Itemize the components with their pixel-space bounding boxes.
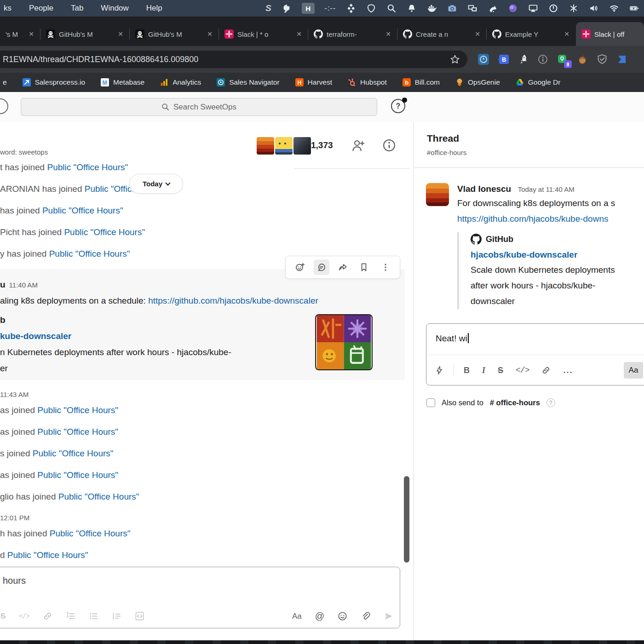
tab-close-icon[interactable]: ✕: [205, 29, 214, 39]
tab-close-icon[interactable]: ✕: [562, 29, 571, 39]
power-circle-icon[interactable]: [548, 3, 558, 13]
message-timestamp[interactable]: 12:01 PM: [0, 514, 29, 522]
scrollbar[interactable]: [404, 476, 409, 563]
browser-tab[interactable]: 's M✕: [0, 22, 40, 46]
also-send-checkbox[interactable]: [426, 398, 435, 407]
bookmark-item[interactable]: bBill.com: [402, 78, 440, 86]
message-timestamp[interactable]: Today at 11:40 AM: [518, 185, 575, 193]
message-timestamp[interactable]: 11:43 AM: [0, 391, 29, 398]
tab-close-icon[interactable]: ✕: [294, 29, 304, 39]
link-button[interactable]: [43, 611, 52, 621]
send-button[interactable]: [384, 611, 393, 621]
display-mirroring-icon[interactable]: [467, 3, 477, 13]
unfurl-repo-link[interactable]: kube-downscaler: [0, 331, 71, 341]
info-button[interactable]: [382, 138, 396, 152]
code-button[interactable]: </>: [19, 613, 29, 620]
message-author[interactable]: Vlad Ionescu: [457, 184, 511, 194]
message-link[interactable]: https://github.com/hjacobs/kube-downscal…: [148, 296, 318, 305]
purple-globe-icon[interactable]: [508, 3, 518, 13]
shortcuts-lightning-button[interactable]: [435, 366, 444, 375]
browser-tab[interactable]: Example Y✕: [487, 22, 576, 46]
channel-link[interactable]: Public "Office Hours": [33, 448, 114, 458]
share-message-button[interactable]: [335, 259, 351, 275]
bookmark-item[interactable]: HHarvest: [295, 78, 332, 86]
browser-tab[interactable]: Slack | off: [576, 22, 644, 46]
channel-link[interactable]: Public "Office Hours": [37, 405, 118, 415]
thread-composer[interactable]: Neat! wi B I S </> ... Aa: [426, 323, 644, 385]
rocket-extension-icon[interactable]: [517, 53, 529, 65]
password-manager-extension-icon[interactable]: 8: [557, 53, 569, 65]
message-link[interactable]: https://github.com/hjacobs/kube-downs: [457, 214, 608, 224]
formatting-toggle-button[interactable]: Aa: [624, 362, 643, 379]
add-person-button[interactable]: [351, 138, 365, 152]
app-switcher-h-badge[interactable]: H: [302, 3, 315, 14]
also-send-channel[interactable]: # office-hours: [490, 398, 540, 407]
guitar-pick-icon[interactable]: [366, 3, 376, 13]
docker-whale-icon[interactable]: [427, 3, 437, 13]
bookmark-item[interactable]: Hubspot: [348, 78, 387, 86]
search-input[interactable]: Search SweetOps: [21, 98, 377, 116]
bookmark-item[interactable]: e: [3, 78, 7, 86]
tab-close-icon[interactable]: ✕: [27, 29, 36, 39]
avatar[interactable]: [293, 137, 311, 155]
channel-link[interactable]: Public "Office Hours": [49, 249, 130, 259]
bookmark-star-icon[interactable]: [449, 53, 461, 65]
address-text[interactable]: R1EWNA/thread/CHDR1EWNA-1600886416.00980…: [3, 55, 449, 64]
avatar[interactable]: [275, 137, 293, 155]
channel-link[interactable]: Public "Office Hours": [42, 206, 123, 215]
formatting-toggle-button[interactable]: Aa: [292, 612, 302, 621]
camera-icon[interactable]: [447, 3, 457, 13]
menu-window[interactable]: Window: [101, 4, 128, 13]
channel-link[interactable]: Public "Office Hours": [47, 162, 128, 172]
message-timestamp[interactable]: 11:40 AM: [9, 281, 38, 289]
sparkle-icon[interactable]: [569, 3, 579, 13]
slack-status-icon[interactable]: S: [265, 3, 271, 13]
channel-composer[interactable]: hours S </>: [0, 567, 400, 628]
menu-bookmarks-partial[interactable]: ks: [4, 4, 12, 13]
b-extension-icon[interactable]: B: [497, 53, 509, 65]
browser-tab[interactable]: terraform-✕: [308, 22, 397, 46]
strikethrough-button[interactable]: S: [0, 612, 6, 621]
more-formatting-button[interactable]: ...: [563, 366, 573, 375]
thread-composer-text[interactable]: Neat! wi: [436, 334, 467, 343]
address-bar[interactable]: R1EWNA/thread/CHDR1EWNA-1600886416.00980…: [0, 51, 467, 68]
bold-button[interactable]: B: [464, 366, 470, 375]
acorn-extension-icon[interactable]: [576, 53, 588, 65]
channel-member-avatars[interactable]: [257, 137, 312, 155]
code-block-button[interactable]: [135, 611, 144, 621]
bookmark-item[interactable]: OpsGenie: [455, 78, 500, 86]
save-bookmark-button[interactable]: [356, 259, 372, 275]
code-button[interactable]: </>: [516, 366, 529, 375]
menu-tab[interactable]: Tab: [71, 4, 83, 13]
tab-close-icon[interactable]: ✕: [384, 29, 393, 39]
channel-link[interactable]: Public "Office Hours": [50, 529, 131, 538]
channel-topic[interactable]: word: sweetops: [0, 148, 48, 156]
unfurl-repo-link[interactable]: hjacobs/kube-downscaler: [471, 250, 577, 259]
tab-close-icon[interactable]: ✕: [116, 29, 125, 39]
history-icon[interactable]: [0, 98, 8, 114]
question-icon[interactable]: ?: [546, 398, 555, 407]
channel-composer-text[interactable]: hours: [3, 575, 26, 586]
link-button[interactable]: [541, 366, 551, 375]
browser-tab[interactable]: GitHub's M✕: [40, 22, 130, 46]
strikethrough-button[interactable]: S: [498, 366, 503, 375]
message-author[interactable]: u: [0, 280, 6, 289]
info-extension-icon[interactable]: [537, 53, 549, 65]
tab-close-icon[interactable]: ✕: [473, 29, 482, 39]
bookmark-item[interactable]: Sales Navigator: [217, 78, 279, 86]
channel-link[interactable]: Public "Office Hours": [37, 470, 118, 480]
browser-tab[interactable]: Create a n✕: [397, 22, 487, 46]
browser-tab[interactable]: GitHub's M✕: [130, 22, 219, 46]
member-count[interactable]: 1,373: [311, 140, 333, 150]
compass-extension-icon[interactable]: [477, 53, 489, 65]
volume-icon[interactable]: [589, 3, 599, 13]
channel-link[interactable]: Public "Office Hours": [37, 427, 118, 437]
emoji-button[interactable]: [338, 611, 347, 621]
spotlight-search-icon[interactable]: [386, 3, 397, 13]
evernote-icon[interactable]: [282, 3, 292, 13]
bookmark-item[interactable]: Salesprocess.io: [23, 78, 85, 86]
menu-people[interactable]: People: [29, 4, 53, 13]
partial-extension-icon[interactable]: [616, 53, 628, 65]
diamond-cluster-icon[interactable]: [346, 3, 356, 13]
bookmark-item[interactable]: Google Dr: [516, 78, 561, 86]
